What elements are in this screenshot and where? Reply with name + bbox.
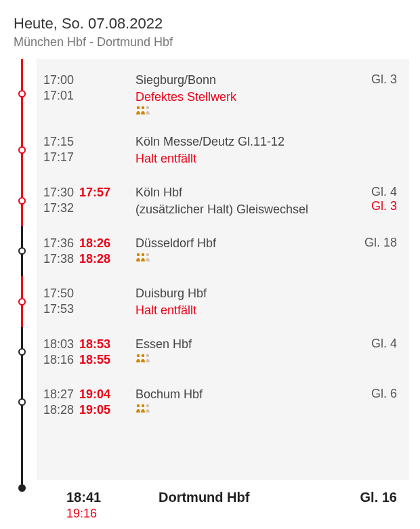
final-stop-row: 18:41 19:16 Dortmund Hbf Gl. 16 [37, 480, 409, 521]
svg-point-0 [137, 106, 140, 109]
actual-departure: 17:57 [79, 185, 110, 200]
timeline-dot [18, 398, 26, 406]
scheduled-arrival: 18:27 [43, 387, 74, 402]
journey-details: Heute, So. 07.08.2022 München Hbf - Dort… [0, 0, 420, 529]
stop-row[interactable]: 17:0017:01Siegburg/BonnDefektes Stellwer… [37, 63, 409, 125]
stop-row[interactable]: 17:3617:3818:2618:28Düsseldorf HbfGl. 18 [37, 226, 409, 276]
scheduled-departure: 17:17 [43, 150, 74, 165]
stop-row[interactable]: 17:3017:3217:57Köln Hbf(zusätzlicher Hal… [37, 175, 409, 226]
stop-row[interactable]: 18:2718:2819:0419:05Bochum HbfGl. 6 [37, 377, 409, 427]
station-warning: Defektes Stellwerk [135, 89, 351, 105]
actual-arrival: 18:26 [79, 236, 110, 251]
svg-point-9 [137, 404, 140, 406]
stops-list: 17:0017:01Siegburg/BonnDefektes Stellwer… [37, 59, 409, 480]
final-actual-time: 19:16 [66, 507, 159, 521]
scheduled-arrival: 17:36 [43, 236, 74, 251]
scheduled-arrival: 17:00 [43, 72, 74, 88]
platform-changed: Gl. 3 [371, 199, 397, 213]
occupancy-icon [135, 354, 351, 363]
station-name: Essen Hbf [135, 337, 351, 352]
svg-point-5 [146, 253, 149, 255]
svg-point-11 [146, 404, 149, 406]
scheduled-departure: 17:38 [43, 251, 74, 267]
svg-point-1 [142, 106, 144, 109]
platform: Gl. 4 [371, 185, 397, 199]
journey-body: 17:0017:01Siegburg/BonnDefektes Stellwer… [14, 59, 409, 521]
stop-row[interactable]: 17:5017:53Duisburg HbfHalt entfällt [37, 276, 409, 327]
timeline-dot [18, 247, 26, 255]
occupancy-icon [135, 253, 351, 262]
scheduled-departure: 18:16 [43, 352, 74, 368]
station-warning: Halt entfällt [135, 151, 351, 167]
occupancy-icon [135, 106, 351, 115]
timeline-dot [18, 197, 26, 205]
scheduled-arrival: 17:50 [43, 286, 74, 301]
timeline-dot [18, 298, 26, 305]
svg-point-7 [142, 354, 144, 356]
actual-departure: 18:55 [79, 352, 110, 368]
platform: Gl. 4 [371, 337, 397, 351]
platform: Gl. 6 [371, 387, 397, 401]
timeline-dot-final [18, 484, 26, 492]
scheduled-arrival: 18:03 [43, 337, 74, 352]
station-name: Duisburg Hbf [135, 286, 351, 301]
timeline-dot [18, 90, 26, 98]
timeline-dot [18, 348, 26, 356]
station-name: Siegburg/Bonn [135, 72, 351, 88]
timeline [14, 59, 37, 521]
route-heading: München Hbf - Dortmund Hbf [14, 35, 409, 49]
scheduled-departure: 17:53 [43, 301, 74, 317]
station-name: Köln Messe/Deutz Gl.11-12 [135, 134, 351, 150]
platform: Gl. 3 [371, 72, 397, 87]
station-note: (zusätzlicher Halt) Gleiswechsel [135, 202, 351, 217]
timeline-dot [18, 146, 26, 154]
platform: Gl. 18 [364, 236, 397, 250]
station-name: Düsseldorf Hbf [135, 236, 351, 251]
final-scheduled-time: 18:41 [66, 490, 159, 505]
actual-arrival: 19:04 [79, 387, 110, 402]
actual-departure: 18:28 [79, 251, 110, 267]
svg-point-3 [137, 253, 140, 255]
svg-point-4 [142, 253, 144, 255]
scheduled-departure: 18:28 [43, 402, 74, 418]
scheduled-departure: 17:01 [43, 88, 74, 104]
svg-point-8 [146, 354, 149, 356]
svg-point-6 [137, 354, 140, 356]
station-name: Köln Hbf [135, 185, 351, 200]
scheduled-departure: 17:32 [43, 200, 74, 216]
scheduled-arrival: 17:30 [43, 185, 74, 200]
stop-row[interactable]: 17:1517:17Köln Messe/Deutz Gl.11-12Halt … [37, 125, 409, 175]
final-station-name: Dortmund Hbf [159, 490, 356, 505]
station-warning: Halt entfällt [135, 303, 351, 318]
scheduled-arrival: 17:15 [43, 134, 74, 150]
svg-point-2 [146, 106, 149, 109]
actual-arrival: 18:53 [79, 337, 110, 352]
occupancy-icon [135, 404, 351, 413]
stop-row[interactable]: 18:0318:1618:5318:55Essen HbfGl. 4 [37, 327, 409, 377]
date-heading: Heute, So. 07.08.2022 [14, 15, 409, 33]
station-name: Bochum Hbf [135, 387, 351, 402]
svg-point-10 [142, 404, 144, 406]
actual-departure: 19:05 [79, 402, 110, 418]
final-platform: Gl. 16 [356, 490, 397, 505]
